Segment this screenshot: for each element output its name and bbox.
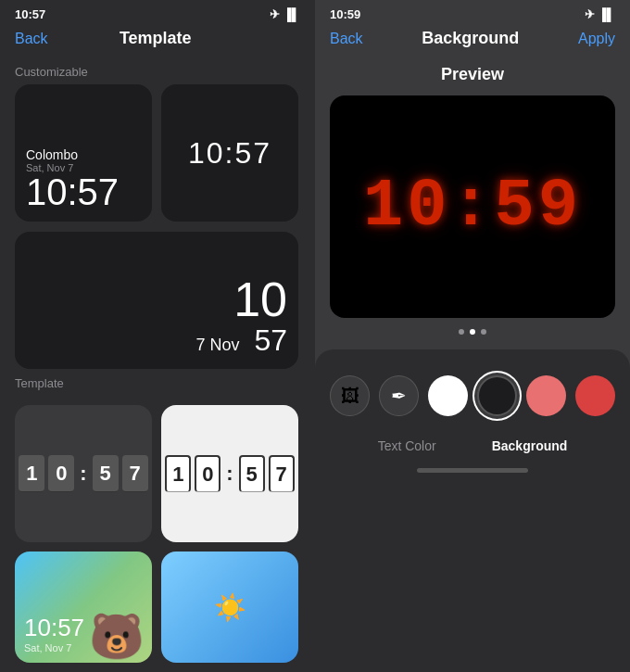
widget3-minutes: 57: [254, 323, 287, 358]
flip-digit-4: 7: [122, 455, 148, 492]
left-status-time: 10:57: [15, 7, 45, 21]
black-swatch[interactable]: [477, 375, 517, 416]
right-status-icons: ✈ ▐▌: [585, 7, 615, 21]
last-row: 10:57 Sat, Nov 7 🐻 ☀️: [0, 552, 315, 672]
white-swatch[interactable]: [428, 375, 468, 416]
clock-widget-1: Colombo Sat, Nov 7 10:57: [15, 84, 152, 222]
color-picker-section: 🖼 ✒ Text Color Background: [315, 349, 630, 672]
page-dot-2[interactable]: [470, 329, 475, 335]
eyedropper-swatch[interactable]: ✒: [379, 375, 419, 416]
preview-label: Preview: [315, 57, 630, 95]
right-panel: 10:59 ✈ ▐▌ Back Background Apply Preview…: [315, 0, 630, 672]
apply-button[interactable]: Apply: [578, 31, 615, 47]
left-nav-title: Template: [120, 29, 192, 48]
clock-widget-3: 10 7 Nov 57: [15, 232, 298, 369]
templates-grid: Colombo Sat, Nov 7 10:57 10:57 10 7 Nov …: [0, 84, 315, 369]
led-clock-display: 10:59: [363, 169, 582, 245]
left-panel: 10:57 ✈ ▐▌ Back Template Customizable Co…: [0, 0, 315, 672]
widget1-city: Colombo: [26, 147, 141, 162]
section-template-label: Template: [0, 369, 315, 396]
flip-digit-w2: 0: [195, 455, 220, 492]
flip-clock-dark[interactable]: 1 0 : 5 7: [15, 405, 152, 542]
right-airplane-icon: ✈: [585, 7, 595, 21]
page-dot-3[interactable]: [481, 329, 486, 335]
image-picker-swatch[interactable]: 🖼: [330, 375, 370, 416]
eyedropper-icon: ✒: [391, 385, 407, 407]
right-nav-bar: Back Background Apply: [315, 25, 630, 57]
clock-widget-2: 10:57: [161, 84, 298, 222]
widget-card-3[interactable]: 10 7 Nov 57: [15, 232, 298, 369]
airplane-icon: ✈: [270, 7, 280, 21]
right-nav-title: Background: [422, 29, 519, 48]
widget3-date: 7 Nov: [195, 336, 239, 355]
flip-digit-3: 5: [93, 455, 119, 492]
widget3-date-row: 7 Nov 57: [195, 323, 287, 358]
flip-clock-white[interactable]: 1 0 : 5 7: [161, 405, 298, 542]
battery-icon: ▐▌: [284, 7, 300, 21]
bottom-row: 1 0 : 5 7 1 0 : 5 7: [0, 396, 315, 552]
right-back-button[interactable]: Back: [330, 31, 363, 47]
flip-digits-white: 1 0 : 5 7: [165, 455, 294, 492]
red-swatch[interactable]: [575, 375, 615, 416]
salmon-swatch[interactable]: [526, 375, 566, 416]
tab-background[interactable]: Background: [492, 438, 568, 453]
flip-digit-w1: 1: [165, 455, 191, 492]
right-battery-icon: ▐▌: [598, 7, 615, 21]
widget-card-2[interactable]: 10:57: [161, 84, 298, 222]
right-status-time: 10:59: [330, 7, 360, 21]
widget2-time: 10:57: [188, 136, 271, 171]
flip-digit-1: 1: [19, 455, 44, 492]
flip-digit-2: 0: [48, 455, 74, 492]
flip-digits-dark: 1 0 : 5 7: [19, 455, 147, 492]
color-swatches: 🖼 ✒: [330, 368, 615, 424]
preview-area: 10:59: [330, 95, 615, 318]
photo-widget[interactable]: 10:57 Sat, Nov 7 🐻: [15, 552, 152, 663]
page-dots: [315, 318, 630, 342]
left-status-bar: 10:57 ✈ ▐▌: [0, 0, 315, 25]
flip-digit-w3: 5: [239, 455, 265, 492]
tab-bar: Text Color Background: [330, 424, 615, 461]
colorful-widget-content: ☀️: [214, 592, 246, 623]
section-customizable-label: Customizable: [0, 57, 315, 84]
home-indicator: [417, 468, 528, 473]
left-back-button[interactable]: Back: [15, 31, 48, 47]
flip-colon-dark: :: [80, 462, 86, 486]
left-status-icons: ✈ ▐▌: [270, 7, 300, 21]
widget1-time: 10:57: [26, 173, 141, 210]
right-status-bar: 10:59 ✈ ▐▌: [315, 0, 630, 25]
page-dot-1[interactable]: [459, 329, 464, 335]
colorful-widget[interactable]: ☀️: [161, 552, 298, 663]
widget-card-1[interactable]: Colombo Sat, Nov 7 10:57: [15, 84, 152, 222]
left-nav-bar: Back Template: [0, 25, 315, 57]
bear-icon: 🐻: [89, 611, 145, 663]
flip-colon-white: :: [226, 462, 233, 486]
flip-digit-w4: 7: [269, 455, 295, 492]
tab-text-color[interactable]: Text Color: [378, 438, 436, 453]
image-icon: 🖼: [341, 386, 359, 407]
widget3-big-number: 10: [233, 275, 287, 323]
